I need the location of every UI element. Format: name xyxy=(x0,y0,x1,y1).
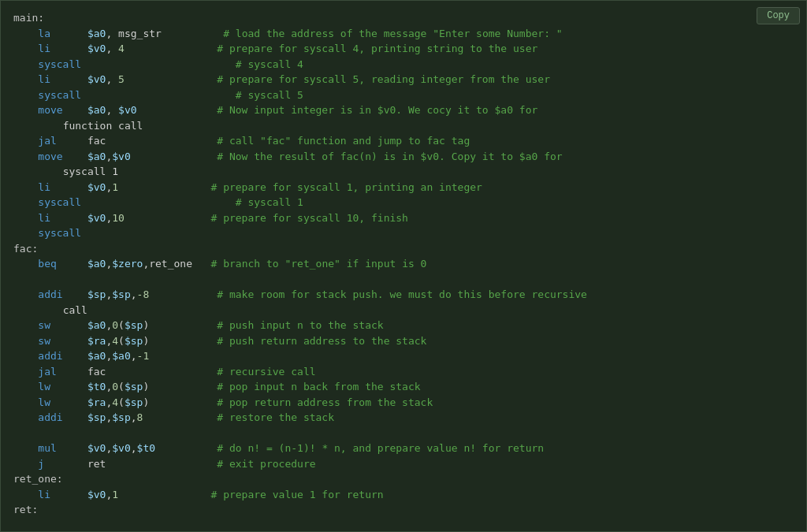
code-block: Copy main: la $a0, msg_str # load the ad… xyxy=(0,0,807,532)
copy-button[interactable]: Copy xyxy=(757,7,800,24)
code-content: main: la $a0, msg_str # load the address… xyxy=(1,7,806,521)
